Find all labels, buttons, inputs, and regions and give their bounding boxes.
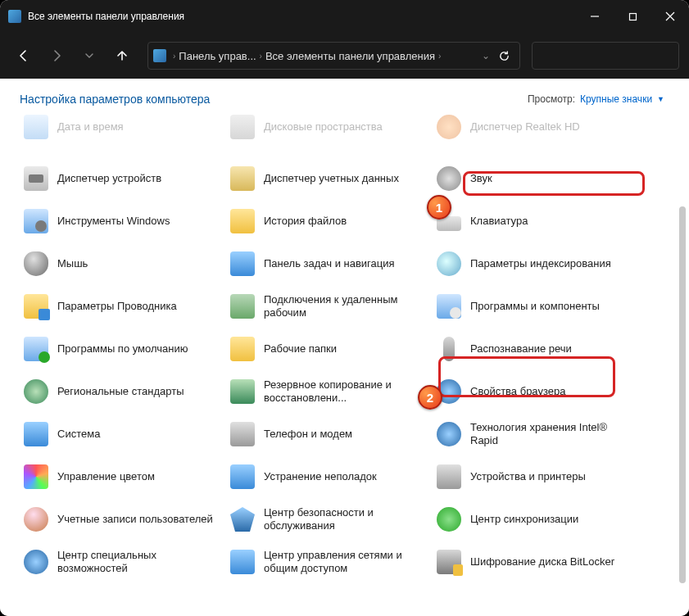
phone-modem-icon bbox=[229, 421, 256, 447]
item-intel-rapid[interactable]: Технология хранения Intel® Rapid bbox=[433, 413, 639, 455]
item-backup-restore[interactable]: Резервное копирование и восстановлени... bbox=[226, 370, 433, 413]
refresh-button[interactable] bbox=[493, 45, 514, 66]
intel-rapid-icon bbox=[436, 421, 462, 447]
address-bar[interactable]: › Панель управ... › Все элементы панели … bbox=[147, 42, 520, 70]
speech-recognition-icon bbox=[436, 336, 462, 362]
app-icon bbox=[8, 10, 21, 23]
item-troubleshooting[interactable]: Устранение неполадок bbox=[226, 455, 433, 498]
remote-connections-icon bbox=[229, 293, 256, 319]
svg-rect-1 bbox=[629, 13, 636, 20]
sync-center-icon bbox=[436, 506, 462, 532]
item-browser-properties[interactable]: Свойства браузера bbox=[433, 370, 639, 413]
scrollbar-track[interactable] bbox=[679, 157, 686, 608]
breadcrumb-seg-2[interactable]: Все элементы панели управления bbox=[265, 50, 435, 62]
item-security-maintenance[interactable]: Центр безопасности и обслуживания bbox=[226, 498, 433, 541]
realtek-icon bbox=[436, 115, 462, 140]
annotation-badge-1: 1 bbox=[427, 195, 451, 220]
item-remote-connections[interactable]: Подключения к удаленным рабочим bbox=[226, 285, 433, 328]
ease-of-access-icon bbox=[23, 549, 49, 575]
item-credential-manager[interactable]: Диспетчер учетных данных bbox=[226, 157, 433, 200]
file-history-icon bbox=[229, 208, 256, 234]
item-device-manager[interactable]: Диспетчер устройств bbox=[20, 157, 226, 200]
recent-dropdown[interactable] bbox=[75, 42, 103, 70]
default-programs-icon bbox=[23, 336, 49, 362]
chevron-down-icon: ▼ bbox=[657, 95, 664, 103]
item-devices-printers[interactable]: Устройства и принтеры bbox=[433, 455, 639, 498]
item-default-programs[interactable]: Программы по умолчанию bbox=[20, 328, 226, 370]
device-manager-icon bbox=[23, 165, 49, 192]
chevron-right-icon[interactable]: › bbox=[173, 52, 175, 61]
devices-printers-icon bbox=[436, 464, 462, 490]
item-system[interactable]: Система bbox=[20, 413, 226, 455]
item-work-folders[interactable]: Рабочие папки bbox=[226, 328, 433, 370]
windows-tools-icon bbox=[23, 208, 49, 234]
scrollbar-thumb[interactable] bbox=[679, 206, 686, 583]
forward-button[interactable] bbox=[43, 42, 70, 70]
view-label: Просмотр: bbox=[528, 93, 575, 105]
view-dropdown[interactable]: Просмотр: Крупные значки ▼ bbox=[523, 92, 669, 106]
annotation-badge-2: 2 bbox=[418, 385, 442, 410]
items-grid: Дата и время Дисковые пространства Диспе… bbox=[20, 115, 679, 583]
item-speech-recognition[interactable]: Распознавание речи bbox=[433, 328, 639, 370]
items-grid-container: Дата и время Дисковые пространства Диспе… bbox=[0, 115, 689, 583]
item-ease-of-access[interactable]: Центр специальных возможностей bbox=[20, 541, 226, 583]
item-windows-tools[interactable]: Инструменты Windows bbox=[20, 200, 226, 242]
item-keyboard[interactable]: Клавиатура bbox=[433, 200, 639, 242]
item-taskbar-navigation[interactable]: Панель задач и навигация bbox=[226, 242, 433, 285]
indexing-icon bbox=[436, 251, 462, 277]
search-input[interactable] bbox=[532, 42, 679, 70]
maximize-button[interactable] bbox=[614, 0, 651, 33]
item-network-sharing[interactable]: Центр управления сетями и общим доступом bbox=[226, 541, 433, 583]
color-management-icon bbox=[23, 464, 49, 490]
item-realtek-hd[interactable]: Диспетчер Realtek HD bbox=[433, 115, 639, 139]
page-title: Настройка параметров компьютера bbox=[20, 93, 210, 106]
view-value: Крупные значки bbox=[580, 93, 652, 105]
breadcrumb-seg-1[interactable]: Панель управ... bbox=[179, 50, 256, 62]
window-title: Все элементы панели управления bbox=[28, 11, 576, 22]
titlebar: Все элементы панели управления bbox=[0, 0, 689, 33]
up-button[interactable] bbox=[108, 42, 136, 70]
item-sync-center[interactable]: Центр синхронизации bbox=[433, 498, 639, 541]
item-programs-features[interactable]: Программы и компоненты bbox=[433, 285, 639, 328]
close-button[interactable] bbox=[651, 0, 689, 33]
work-folders-icon bbox=[229, 336, 256, 362]
network-sharing-icon bbox=[229, 549, 256, 575]
sound-icon bbox=[436, 165, 462, 192]
item-date-time[interactable]: Дата и время bbox=[20, 115, 226, 139]
taskbar-icon bbox=[229, 251, 256, 277]
credential-manager-icon bbox=[229, 165, 256, 192]
minimize-button[interactable] bbox=[576, 0, 614, 33]
backup-restore-icon bbox=[229, 378, 256, 405]
item-explorer-options[interactable]: Параметры Проводника bbox=[20, 285, 226, 328]
system-icon bbox=[23, 421, 49, 447]
back-button[interactable] bbox=[10, 42, 38, 70]
date-time-icon bbox=[23, 115, 49, 140]
item-indexing-options[interactable]: Параметры индексирования bbox=[433, 242, 639, 285]
explorer-options-icon bbox=[23, 293, 49, 319]
mouse-icon bbox=[23, 251, 49, 277]
chevron-right-icon[interactable]: › bbox=[438, 52, 441, 61]
bitlocker-icon bbox=[436, 549, 462, 575]
programs-features-icon bbox=[436, 293, 462, 319]
control-panel-icon bbox=[153, 49, 166, 62]
item-bitlocker[interactable]: Шифрование диска BitLocker bbox=[433, 541, 639, 583]
troubleshooting-icon bbox=[229, 464, 256, 490]
user-accounts-icon bbox=[23, 506, 49, 532]
item-mouse[interactable]: Мышь bbox=[20, 242, 226, 285]
control-panel-window: Все элементы панели управления › Панель … bbox=[0, 0, 689, 616]
item-color-management[interactable]: Управление цветом bbox=[20, 455, 226, 498]
item-phone-modem[interactable]: Телефон и модем bbox=[226, 413, 433, 455]
item-region[interactable]: Региональные стандарты bbox=[20, 370, 226, 413]
item-file-history[interactable]: История файлов bbox=[226, 200, 433, 242]
storage-spaces-icon bbox=[229, 115, 256, 140]
content-header: Настройка параметров компьютера Просмотр… bbox=[0, 79, 689, 115]
content-area: Настройка параметров компьютера Просмотр… bbox=[0, 79, 689, 616]
item-user-accounts[interactable]: Учетные записи пользователей bbox=[20, 498, 226, 541]
item-storage-spaces[interactable]: Дисковые пространства bbox=[226, 115, 433, 139]
chevron-right-icon[interactable]: › bbox=[260, 52, 262, 61]
region-icon bbox=[23, 378, 49, 405]
item-sound[interactable]: Звук bbox=[433, 157, 639, 200]
navigation-bar: › Панель управ... › Все элементы панели … bbox=[0, 33, 689, 79]
security-maintenance-icon bbox=[229, 506, 256, 532]
chevron-down-icon[interactable]: ⌄ bbox=[482, 50, 490, 61]
